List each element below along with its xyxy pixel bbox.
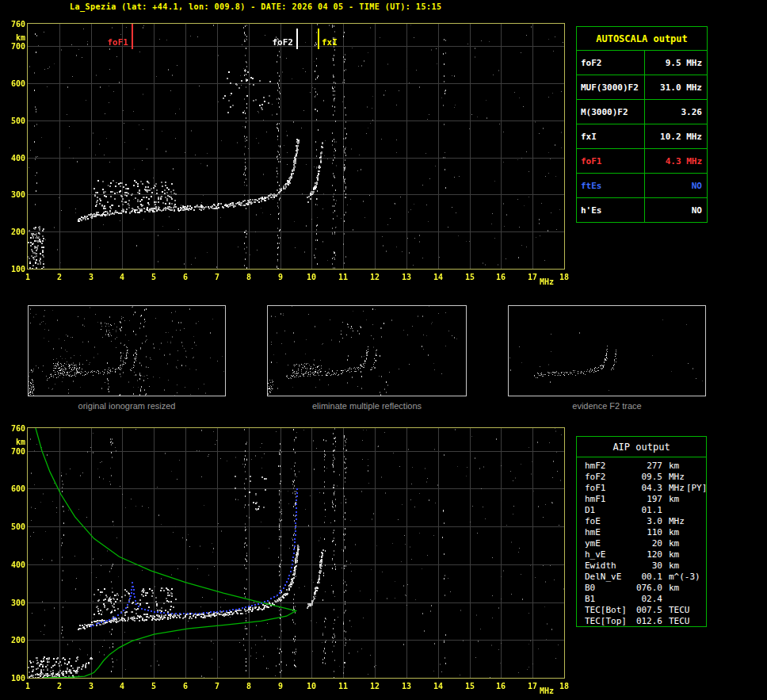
- param-label: MUF(3000)F2: [577, 75, 645, 99]
- y-tick-label: 200: [0, 228, 25, 236]
- x-tick-label: 13: [399, 682, 414, 690]
- x-tick-label: 9: [273, 682, 288, 690]
- param-value: 9.5 MHz: [645, 51, 707, 75]
- aip-param-label: foF2: [585, 472, 632, 483]
- x-tick-label: 14: [430, 273, 446, 281]
- aip-row-fof2: foF209.5MHz: [577, 472, 706, 483]
- y-tick-label: 760: [0, 20, 25, 29]
- y-tick-label: 700: [0, 42, 25, 51]
- aip-param-unit: km: [669, 494, 679, 505]
- autoscala-row-fof1: foF14.3 MHz: [577, 148, 707, 173]
- aip-param-extra: [PY]: [686, 483, 708, 494]
- y-tick-label: 100: [0, 265, 25, 273]
- aip-param-label: hmF1: [585, 494, 632, 505]
- aip-param-label: B1: [585, 594, 632, 605]
- aip-table-title: AIP output: [577, 437, 706, 457]
- aip-param-value: 277: [632, 461, 662, 472]
- param-value: 31.0 MHz: [645, 75, 707, 99]
- aip-row-delnve: DelN_vE00.1m^(-3): [577, 572, 706, 583]
- y-axis-unit-label: km: [0, 33, 25, 42]
- autoscala-row-muf3000f2: MUF(3000)F231.0 MHz: [577, 75, 707, 99]
- param-value: NO: [645, 198, 707, 222]
- aip-param-unit: TECU: [669, 616, 690, 627]
- aip-param-value: 20: [632, 538, 662, 549]
- aip-table-rows: hmF2277kmfoF209.5MHzfoF104.3MHz[PY]hmF11…: [577, 457, 706, 627]
- x-tick-label: 11: [335, 273, 351, 281]
- thumbnail-caption-original: original ionogram resized: [28, 401, 226, 411]
- x-tick-label: 17: [525, 273, 540, 281]
- aip-param-label: Ewidth: [585, 560, 632, 572]
- aip-param-unit: km: [669, 560, 679, 572]
- y-tick-label: 760: [0, 424, 25, 433]
- y-tick-label: 600: [0, 79, 25, 88]
- x-tick-label: 5: [146, 273, 162, 281]
- autoscala-row-hes: h'EsNO: [577, 197, 707, 222]
- aip-output-table: AIP output hmF2277kmfoF209.5MHzfoF104.3M…: [576, 436, 707, 627]
- param-label: h'Es: [577, 198, 645, 222]
- x-tick-label: 10: [303, 682, 319, 690]
- aip-param-label: TEC[Top]: [585, 616, 632, 627]
- aip-param-value: 197: [632, 494, 662, 505]
- aip-row-hme: hmE110km: [577, 527, 706, 538]
- x-tick-label: 1: [20, 273, 36, 281]
- param-value: 10.2 MHz: [645, 124, 707, 148]
- y-axis-unit-label: km: [0, 438, 25, 446]
- x-tick-label: 15: [462, 682, 478, 690]
- x-tick-label: 16: [493, 273, 509, 281]
- aip-param-value: 120: [632, 549, 662, 560]
- y-tick-label: 500: [0, 117, 25, 125]
- aip-param-unit: TECU: [669, 605, 690, 616]
- aip-param-label: hmF2: [585, 461, 632, 472]
- aip-row-hmf1: hmF1197km: [577, 494, 706, 505]
- aip-row-hve: h_vE120km: [577, 549, 706, 560]
- aip-param-unit: m^(-3): [669, 572, 700, 583]
- thumbnail-caption-eliminate: eliminate multiple reflections: [267, 401, 467, 411]
- profile-ionogram-panel: [27, 427, 565, 679]
- x-tick-label: 2: [52, 682, 67, 690]
- x-tick-label: 10: [303, 273, 319, 281]
- x-axis-unit-label: MHz: [540, 277, 554, 286]
- autoscala-row-fxi: fxI10.2 MHz: [577, 124, 707, 148]
- x-tick-label: 8: [241, 682, 257, 690]
- aip-param-value: 02.4: [632, 594, 662, 605]
- x-tick-label: 5: [146, 682, 162, 690]
- aip-param-value: 012.6: [632, 616, 662, 627]
- y-tick-label: 700: [0, 447, 25, 456]
- thumbnail-eliminate-reflections: [267, 305, 467, 396]
- aip-param-label: B0: [585, 583, 632, 594]
- aip-param-label: TEC[Bot]: [585, 605, 632, 616]
- aip-param-unit: km: [669, 527, 679, 538]
- param-label: foF1: [577, 149, 645, 173]
- aip-param-value: 007.5: [632, 605, 662, 616]
- aip-param-label: foE: [585, 516, 632, 527]
- aip-param-value: 110: [632, 527, 662, 538]
- x-tick-label: 1: [20, 682, 36, 690]
- x-tick-label: 11: [335, 682, 351, 690]
- aip-param-unit: km: [669, 461, 679, 472]
- x-tick-label: 16: [493, 682, 509, 690]
- aip-param-label: DelN_vE: [585, 572, 632, 583]
- param-value: NO: [645, 174, 707, 197]
- x-tick-label: 3: [83, 682, 99, 690]
- thumbnail-caption-evidence: evidence F2 trace: [508, 401, 706, 411]
- aip-param-label: D1: [585, 505, 632, 516]
- aip-row-d1: D101.1: [577, 505, 706, 516]
- x-tick-label: 9: [273, 273, 288, 281]
- aip-param-unit: km: [669, 583, 679, 594]
- aip-param-value: 01.1: [632, 505, 662, 516]
- x-tick-label: 4: [114, 273, 130, 281]
- aip-param-unit: km: [669, 538, 679, 549]
- y-tick-label: 100: [0, 674, 25, 683]
- main-ionogram-canvas: [28, 24, 564, 269]
- thumbnail-eliminate-canvas: [268, 306, 466, 396]
- aip-param-unit: MHz: [669, 516, 685, 527]
- header-title: La_Spezia (lat: +44.1, lon: 009.8) - DAT…: [70, 2, 441, 11]
- thumbnail-evidence-f2: [508, 305, 706, 396]
- aip-param-label: ymE: [585, 538, 632, 549]
- aip-param-value: 076.0: [632, 583, 662, 594]
- param-value: 4.3 MHz: [645, 149, 707, 173]
- profile-ionogram-canvas: [28, 428, 564, 678]
- x-tick-label: 15: [462, 273, 478, 281]
- aip-param-value: 3.0: [632, 516, 662, 527]
- x-tick-label: 13: [399, 273, 414, 281]
